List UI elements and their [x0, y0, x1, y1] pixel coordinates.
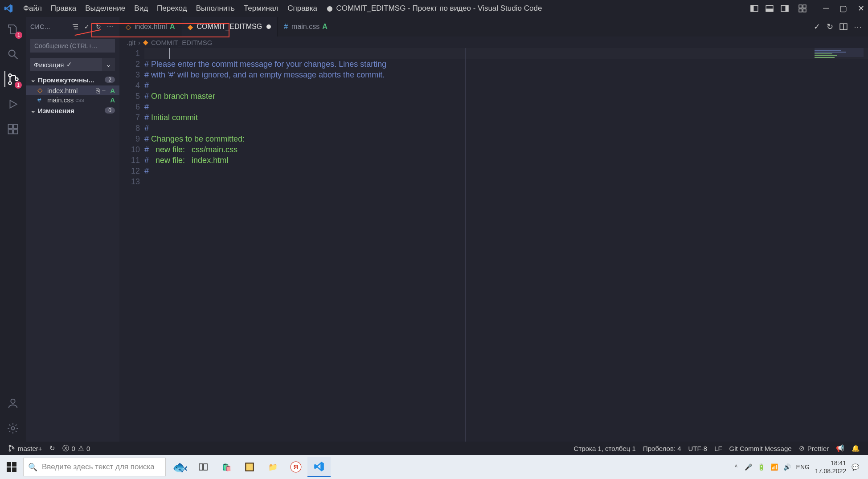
svg-rect-30	[815, 53, 832, 54]
view-as-tree-icon[interactable]	[70, 22, 80, 32]
tray-sound-icon[interactable]: 🔊	[783, 463, 791, 471]
window-title: ● COMMIT_EDITMSG - Проект по видео - Vis…	[326, 4, 542, 13]
staged-count: 2	[105, 77, 115, 83]
line-gutter: 12345678910111213	[119, 48, 144, 442]
status-problems[interactable]: ⓧ0 ⚠0	[59, 444, 94, 453]
file-row-css[interactable]: # main.css css A	[26, 95, 119, 105]
tray-chevron-icon[interactable]: ＾	[733, 463, 739, 471]
status-sync[interactable]: ↻	[46, 444, 59, 452]
tray-clock[interactable]: 18:41 17.08.2022	[815, 459, 846, 475]
menu-file[interactable]: Файл	[19, 4, 46, 13]
svg-rect-31	[815, 55, 837, 56]
menu-help[interactable]: Справка	[283, 4, 322, 13]
sidebar-header: СИС... ✓ ↻ ⋯	[26, 17, 119, 37]
svg-rect-37	[12, 462, 16, 467]
status-feedback-icon[interactable]: 📢	[832, 444, 848, 452]
taskbar-explorer-icon[interactable]: 📁	[261, 457, 284, 477]
code-editor[interactable]: 12345678910111213 # Please enter the com…	[119, 48, 868, 442]
taskbar-taskview-icon[interactable]	[192, 457, 215, 477]
css-file-icon: #	[284, 23, 288, 31]
changes-section[interactable]: ⌄ Изменения 0	[26, 105, 119, 116]
taskbar-widget-icon[interactable]: 🐟	[168, 457, 192, 477]
windows-taskbar: 🔍 Введите здесь текст для поиска 🐟 🛍️ 📁 …	[0, 455, 868, 479]
status-added: A	[110, 87, 115, 94]
activity-explorer-icon[interactable]: 1	[5, 21, 21, 37]
refresh-icon[interactable]: ↻	[94, 22, 103, 32]
start-button[interactable]	[3, 458, 20, 476]
commit-button[interactable]: Фиксация ✓ ⌄	[30, 58, 115, 71]
status-spaces[interactable]: Пробелов: 4	[639, 445, 685, 452]
layout-primary-side-icon[interactable]	[749, 3, 760, 14]
svg-rect-7	[803, 5, 806, 8]
editor-more-icon[interactable]: ⋯	[854, 22, 862, 32]
activity-search-icon[interactable]	[5, 46, 21, 62]
split-editor-icon[interactable]	[839, 23, 848, 31]
window-minimize-icon[interactable]: ─	[823, 4, 829, 13]
tray-wifi-icon[interactable]: 📶	[770, 463, 778, 471]
minimap[interactable]	[815, 48, 868, 110]
svg-rect-43	[246, 463, 253, 470]
commit-message-input[interactable]: Сообщение (CTRL+...	[30, 39, 115, 53]
tab-main-css[interactable]: # main.css A	[278, 17, 334, 37]
code-content[interactable]: # Please enter the commit message for yo…	[144, 48, 868, 442]
svg-point-14	[15, 78, 18, 81]
open-file-icon[interactable]: ⎘	[96, 87, 100, 94]
file-row-index[interactable]: ◇ index.html ⎘ − A	[26, 85, 119, 95]
status-cursor[interactable]: Строка 1, столбец 1	[570, 445, 639, 452]
unstage-icon[interactable]: −	[102, 87, 106, 94]
menu-go[interactable]: Переход	[152, 4, 192, 13]
tray-notifications-icon[interactable]: 💬	[852, 463, 859, 471]
svg-rect-5	[786, 5, 788, 12]
text-cursor	[169, 48, 170, 59]
breadcrumb[interactable]: .git › ◆ COMMIT_EDITMSG	[119, 37, 868, 48]
status-branch[interactable]: master+	[4, 445, 46, 452]
status-lang[interactable]: Git Commit Message	[726, 445, 795, 452]
menu-view[interactable]: Вид	[130, 4, 152, 13]
customize-layout-icon[interactable]	[797, 3, 808, 14]
activity-settings-icon[interactable]	[5, 420, 21, 436]
status-eol[interactable]: LF	[711, 445, 726, 452]
tabs-row: ◇ index.html A ◆ COMMIT_EDITMSG # main.c…	[119, 17, 868, 37]
commit-dropdown-icon[interactable]: ⌄	[102, 58, 115, 71]
activity-account-icon[interactable]	[5, 395, 21, 411]
status-added: A	[110, 96, 115, 104]
taskbar-search[interactable]: 🔍 Введите здесь текст для поиска	[23, 458, 166, 476]
svg-point-34	[9, 450, 10, 451]
explorer-badge: 1	[15, 32, 22, 39]
status-encoding[interactable]: UTF-8	[685, 445, 711, 452]
tray-mic-icon[interactable]: 🎤	[745, 463, 752, 471]
menu-edit[interactable]: Правка	[46, 4, 81, 13]
vscode-logo-icon	[4, 4, 13, 13]
tab-commit-editmsg[interactable]: ◆ COMMIT_EDITMSG	[181, 17, 278, 37]
svg-rect-19	[13, 125, 17, 129]
taskbar-app1-icon[interactable]: 🛍️	[215, 457, 238, 477]
staged-section[interactable]: ⌄ Промежуточны... 2	[26, 74, 119, 85]
tab-index-html[interactable]: ◇ index.html A	[119, 17, 181, 37]
activity-scm-icon[interactable]: 1	[4, 71, 20, 87]
menu-selection[interactable]: Выделение	[81, 4, 130, 13]
layout-panel-icon[interactable]	[764, 3, 775, 14]
window-maximize-icon[interactable]: ▢	[839, 4, 847, 13]
tray-lang[interactable]: ENG	[796, 463, 810, 471]
editor-revert-icon[interactable]: ↻	[827, 22, 833, 32]
menu-run[interactable]: Выполнить	[192, 4, 239, 13]
more-icon[interactable]: ⋯	[105, 22, 115, 32]
editor-accept-icon[interactable]: ✓	[814, 22, 820, 32]
activity-debug-icon[interactable]	[5, 96, 21, 112]
scm-sidebar: СИС... ✓ ↻ ⋯ Сообщение (CTRL+... Фиксаци…	[26, 17, 119, 442]
menu-terminal[interactable]: Терминал	[239, 4, 283, 13]
status-prettier[interactable]: ⊘Prettier	[795, 444, 832, 452]
window-close-icon[interactable]: ✕	[858, 4, 864, 13]
svg-rect-17	[8, 130, 12, 134]
taskbar-yandex-icon[interactable]: Я	[284, 457, 307, 477]
commit-check-icon[interactable]: ✓	[82, 22, 92, 32]
dirty-dot-icon	[266, 24, 271, 29]
editor-group: ◇ index.html A ◆ COMMIT_EDITMSG # main.c…	[119, 17, 868, 442]
layout-secondary-side-icon[interactable]	[779, 3, 790, 14]
taskbar-notes-icon[interactable]	[238, 457, 261, 477]
tray-battery-icon[interactable]: 🔋	[757, 463, 765, 471]
taskbar-vscode-icon[interactable]	[307, 457, 331, 477]
activity-extensions-icon[interactable]	[5, 121, 21, 137]
activity-bar: 1 1	[0, 17, 26, 442]
status-bell-icon[interactable]: 🔔	[848, 444, 864, 452]
